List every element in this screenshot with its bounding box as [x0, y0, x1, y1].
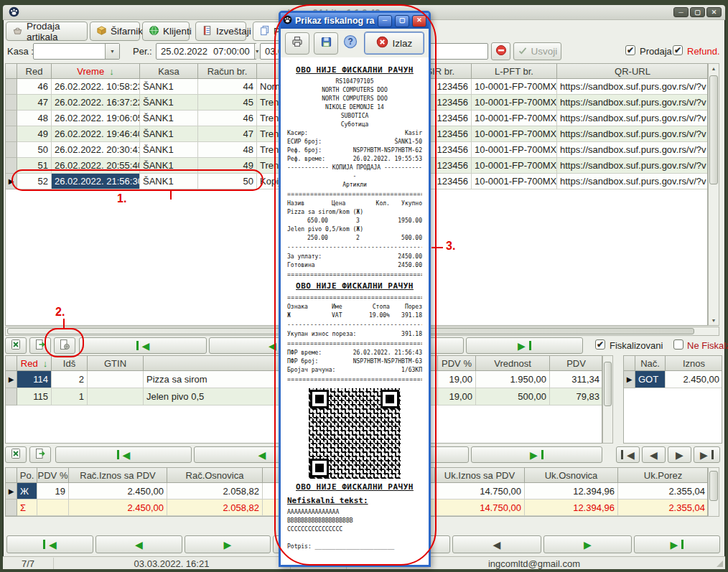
- prodaja-checkbox[interactable]: ✔: [625, 45, 635, 55]
- export-excel-button[interactable]: [5, 337, 27, 354]
- table-cell[interactable]: 2.355,04: [618, 500, 708, 516]
- column-header[interactable]: PDV %: [37, 468, 69, 483]
- table-cell[interactable]: 19: [37, 483, 69, 500]
- table-cell[interactable]: https://sandbox.suf.purs.gov.rs/v/?v: [557, 126, 708, 142]
- column-header[interactable]: Rač.Osnovica: [167, 468, 263, 483]
- column-header[interactable]: L-PFT br.: [472, 64, 557, 79]
- table-cell[interactable]: 26.02.2022. 20:30:41: [52, 142, 140, 158]
- column-header[interactable]: Iznos: [666, 356, 722, 371]
- resize-grip[interactable]: [717, 561, 723, 567]
- record-nav-last-button[interactable]: ▶: [634, 535, 720, 553]
- table-cell[interactable]: 47: [198, 126, 257, 142]
- nav-last-button[interactable]: ▶: [466, 337, 583, 354]
- column-header[interactable]: Uk.Iznos sa PDV: [435, 468, 525, 483]
- column-header[interactable]: Red: [17, 64, 52, 79]
- table-cell[interactable]: 1.950,00: [476, 371, 550, 388]
- table-cell[interactable]: 2: [52, 371, 88, 388]
- tab-klijenti[interactable]: Klijenti: [142, 22, 190, 41]
- table-cell[interactable]: 26.02.2022. 16:37:22: [52, 95, 140, 111]
- row-selector[interactable]: [6, 388, 17, 405]
- row-selector[interactable]: [6, 111, 17, 126]
- column-header[interactable]: Nač.: [635, 356, 666, 371]
- record-nav-prev-button[interactable]: ◀: [452, 535, 541, 553]
- row-selector-header[interactable]: [6, 468, 17, 483]
- record-nav-next-button[interactable]: ▶: [543, 535, 632, 553]
- scrollbar-thumb[interactable]: [604, 362, 612, 406]
- table-cell[interactable]: 26.02.2022. 19:46:40: [52, 126, 140, 142]
- payments-nav-last-button[interactable]: ▶: [694, 446, 720, 463]
- table-cell[interactable]: 10-0001-FP-700MX_(: [472, 142, 557, 158]
- table-cell[interactable]: 19,00: [438, 371, 476, 388]
- row-selector[interactable]: ▶: [624, 371, 635, 388]
- scrollbar-thumb[interactable]: [709, 75, 718, 184]
- kasa-combobox[interactable]: ▼: [33, 43, 120, 60]
- column-header[interactable]: Kasa: [140, 64, 198, 79]
- payments-nav-first-button[interactable]: ◀: [616, 446, 640, 463]
- nav-first-button[interactable]: ◀: [55, 446, 192, 463]
- table-cell[interactable]: 79,83: [550, 388, 602, 405]
- table-cell[interactable]: 2.058,82: [167, 483, 263, 500]
- column-header[interactable]: Uk.Porez: [618, 468, 708, 483]
- receipts-vertical-scrollbar[interactable]: ▲ ▼: [708, 63, 719, 326]
- table-cell[interactable]: ŠANK1: [140, 79, 198, 95]
- export-file-button[interactable]: [29, 446, 51, 463]
- record-nav-prev-button[interactable]: ◀: [95, 535, 182, 553]
- column-header[interactable]: PDV: [550, 356, 602, 371]
- record-nav-first-button[interactable]: ◀: [6, 535, 93, 553]
- column-header[interactable]: Račun br.: [198, 64, 257, 79]
- table-cell[interactable]: https://sandbox.suf.purs.gov.rs/v/?v: [557, 111, 708, 126]
- column-header[interactable]: Rač.Iznos sa PDV: [69, 468, 167, 483]
- table-cell[interactable]: 12.394,96: [525, 483, 618, 500]
- table-cell[interactable]: 114: [17, 371, 52, 388]
- table-cell[interactable]: 26.02.2022. 19:06:05: [52, 111, 140, 126]
- tab-sifarnik[interactable]: Šifarnik: [90, 22, 140, 41]
- table-cell[interactable]: 2.450,00: [69, 500, 167, 516]
- clear-button[interactable]: [491, 42, 510, 60]
- table-cell[interactable]: GOT: [635, 371, 666, 388]
- row-selector[interactable]: [6, 500, 17, 516]
- row-selector-header[interactable]: [6, 356, 17, 371]
- nav-last-button[interactable]: ▶: [471, 446, 602, 463]
- table-cell[interactable]: 14.750,00: [435, 483, 525, 500]
- row-selector[interactable]: [6, 126, 17, 142]
- table-cell[interactable]: 10-0001-FP-700MX_(: [472, 111, 557, 126]
- table-cell[interactable]: Σ: [17, 500, 37, 516]
- table-cell[interactable]: ŠANK1: [140, 111, 198, 126]
- record-nav-next-button[interactable]: ▶: [185, 535, 271, 553]
- table-cell[interactable]: 10-0001-FP-700MX_(: [472, 126, 557, 142]
- table-cell[interactable]: 48: [17, 111, 52, 126]
- table-cell[interactable]: 311,34: [550, 371, 602, 388]
- row-selector[interactable]: [6, 142, 17, 158]
- table-cell[interactable]: 26.02.2022. 10:58:23: [52, 79, 140, 95]
- row-selector[interactable]: ▶: [6, 371, 17, 388]
- table-cell[interactable]: 1: [52, 388, 88, 405]
- table-cell[interactable]: ŠANK1: [140, 95, 198, 111]
- refund-checkbox[interactable]: ✔: [673, 45, 683, 55]
- items-vertical-scrollbar[interactable]: [602, 355, 613, 444]
- tab-izvestaji[interactable]: Izveštaji: [195, 22, 246, 41]
- table-cell[interactable]: 10-0001-FP-700MX_(: [472, 174, 557, 189]
- scroll-up-icon[interactable]: ▲: [709, 66, 719, 71]
- table-cell[interactable]: 46: [198, 111, 257, 126]
- table-cell[interactable]: 2.450,00: [666, 371, 722, 388]
- export-excel-button[interactable]: [5, 446, 27, 463]
- payments-nav-next-button[interactable]: ▶: [668, 446, 691, 463]
- row-selector[interactable]: ▶: [6, 483, 17, 500]
- close-button[interactable]: ✕: [706, 7, 722, 17]
- usvoji-button[interactable]: Usvoji: [513, 42, 561, 60]
- column-header[interactable]: Po.: [17, 468, 37, 483]
- nav-first-button[interactable]: ◀: [79, 337, 207, 354]
- row-selector-header[interactable]: [6, 64, 17, 79]
- table-cell[interactable]: 47: [17, 95, 52, 111]
- scroll-down-icon[interactable]: ▼: [709, 318, 719, 323]
- table-cell[interactable]: ŠANK1: [140, 126, 198, 142]
- table-cell[interactable]: 500,00: [476, 388, 550, 405]
- column-header[interactable]: QR-URL: [557, 64, 708, 79]
- fiskalizovani-checkbox[interactable]: ✔: [595, 339, 605, 350]
- table-cell[interactable]: [88, 388, 144, 405]
- column-header[interactable]: Uk.Osnovica: [525, 468, 618, 483]
- table-cell[interactable]: 48: [198, 142, 257, 158]
- row-selector-header[interactable]: [624, 356, 635, 371]
- column-header[interactable]: GTIN: [88, 356, 144, 371]
- table-cell[interactable]: https://sandbox.suf.purs.gov.rs/v/?v: [557, 142, 708, 158]
